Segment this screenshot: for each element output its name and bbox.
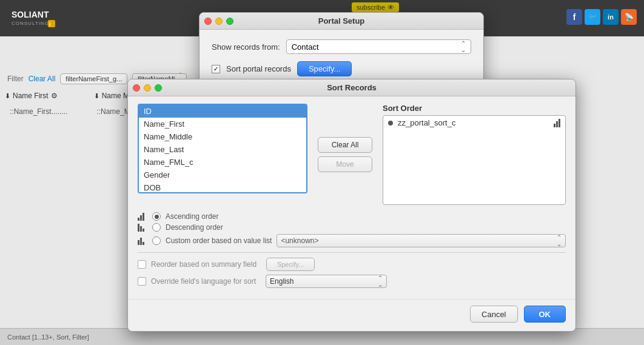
field-item-id[interactable]: ID: [139, 105, 306, 118]
sort-order-item-label: zz_portal_sort_c: [398, 118, 455, 127]
sort-order-label: Sort Order: [383, 104, 566, 113]
field-list-container: ID Name_First Name_Middle Name_Last Name…: [138, 104, 307, 205]
bar-a1: [138, 218, 139, 221]
close-button[interactable]: [204, 18, 212, 25]
eye-icon: 👁: [387, 4, 394, 11]
descending-icon: [138, 223, 147, 232]
separator: [138, 252, 566, 253]
reorder-specify-button[interactable]: Specify...: [266, 258, 315, 271]
facebook-icon[interactable]: f: [566, 9, 582, 25]
reorder-row: Reorder based on summary field Specify..…: [138, 258, 566, 271]
sort-columns: ID Name_First Name_Middle Name_Last Name…: [138, 104, 566, 205]
field-item-name-fml[interactable]: Name_FML_c: [139, 156, 306, 169]
field-item-name-last[interactable]: Name_Last: [139, 143, 306, 156]
override-checkbox[interactable]: [138, 277, 146, 286]
ascending-radio[interactable]: [152, 212, 161, 221]
sort-middle-buttons: Clear All Move: [315, 104, 375, 205]
records-dropdown-value: Contact: [292, 42, 319, 52]
bar-c1: [138, 240, 139, 245]
col-header-name-first: ⬇ Name First ⚙: [5, 92, 58, 100]
descending-label: Descending order: [166, 223, 223, 232]
sort-records-title: Sort Records: [327, 83, 377, 92]
ok-button[interactable]: OK: [524, 306, 566, 323]
bar-d1: [138, 224, 139, 232]
sort-zoom-button[interactable]: [155, 84, 162, 92]
language-value: English: [270, 277, 293, 286]
bar-a3: [143, 213, 144, 221]
col-header-label-1: Name First: [13, 92, 49, 100]
sort-order-item[interactable]: zz_portal_sort_c: [383, 116, 565, 130]
sort-order-container: Sort Order zz_portal_sort_c: [383, 104, 566, 205]
sort-records-titlebar: Sort Records: [128, 79, 575, 96]
sort-order-dot: [388, 121, 393, 126]
bar-d3: [143, 229, 144, 232]
sort-icon-2: ⬇: [94, 92, 99, 100]
field-item-name-middle[interactable]: Name_Middle: [139, 130, 306, 143]
field-item-dob[interactable]: DOB: [139, 181, 306, 193]
column-headers: ⬇ Name First ⚙ ⬇ Name Midd: [0, 87, 139, 104]
field-item-gender[interactable]: Gender: [139, 169, 306, 181]
custom-order-radio[interactable]: [152, 236, 161, 245]
bar2: [556, 121, 558, 127]
rss-icon[interactable]: 📡: [621, 9, 637, 25]
bar-a2: [140, 215, 142, 221]
portal-setup-dialog: Portal Setup Show records from: Contact …: [199, 12, 484, 87]
custom-order-row: Custom order based on value list <unknow…: [138, 234, 566, 247]
dialog-buttons: Cancel OK: [128, 299, 575, 331]
sort-row: ✓ Sort portal records Specify...: [212, 61, 471, 76]
chevron-down-icon: ⌃⌄: [461, 40, 466, 53]
field-list[interactable]: ID Name_First Name_Middle Name_Last Name…: [138, 104, 307, 193]
bar-d2: [140, 226, 142, 232]
ascending-row: Ascending order: [138, 212, 566, 221]
sort-records-body: ID Name_First Name_Middle Name_Last Name…: [128, 96, 575, 299]
ascending-icon: [138, 212, 147, 221]
field-item-name-first[interactable]: Name_First: [139, 118, 306, 130]
clear-all-link[interactable]: Clear All: [29, 75, 56, 83]
show-records-row: Show records from: Contact ⌃⌄: [212, 39, 471, 54]
reorder-checkbox[interactable]: [138, 260, 146, 269]
sort-close-button[interactable]: [133, 84, 140, 92]
filter-field-1[interactable]: filterNameFirst_g...: [60, 73, 127, 84]
specify-button[interactable]: Specify...: [297, 61, 352, 76]
custom-order-value: <unknown>: [281, 236, 318, 245]
subscribe-label: subscribe: [357, 4, 385, 11]
data-row: ::Name_First........ ::Name_Middle: [0, 104, 146, 119]
subscribe-badge[interactable]: subscribe 👁: [352, 2, 399, 12]
sort-order-bar-icon: [554, 119, 560, 127]
move-button[interactable]: Move: [318, 156, 372, 172]
sort-order-list[interactable]: zz_portal_sort_c: [383, 115, 566, 205]
minimize-button[interactable]: [215, 18, 223, 25]
linkedin-icon[interactable]: in: [603, 9, 619, 25]
language-chevron-icon: ⌃⌄: [378, 275, 383, 288]
clear-all-button[interactable]: Clear All: [318, 137, 372, 153]
svg-text:i: i: [49, 21, 51, 27]
descending-row: Descending order: [138, 223, 566, 232]
language-dropdown[interactable]: English ⌃⌄: [266, 275, 387, 288]
social-icons: f 🐦 in 📡: [566, 9, 637, 25]
descending-radio[interactable]: [152, 223, 161, 232]
custom-icon: [138, 236, 147, 245]
sort-records-dialog: Sort Records ID Name_First Name_Middle N…: [127, 79, 576, 332]
svg-text:CONSULTING: CONSULTING: [12, 21, 49, 26]
cancel-button[interactable]: Cancel: [470, 306, 517, 323]
logo: SOLIANT CONSULTING i: [7, 5, 62, 32]
sort-icon-1: ⬇: [5, 92, 10, 100]
filter-label: Filter: [7, 75, 24, 83]
custom-order-dropdown[interactable]: <unknown> ⌃⌄: [277, 234, 566, 247]
custom-chevron-icon: ⌃⌄: [557, 234, 562, 247]
svg-text:SOLIANT: SOLIANT: [12, 10, 49, 19]
zoom-button[interactable]: [226, 18, 233, 25]
sort-options-section: Ascending order Descending order Cus: [138, 212, 566, 247]
portal-setup-title: Portal Setup: [318, 16, 365, 25]
twitter-icon[interactable]: 🐦: [585, 9, 600, 25]
override-label: Override field's language for sort: [151, 277, 256, 286]
data-cell-1: ::Name_First........: [10, 107, 67, 116]
show-records-label: Show records from:: [212, 42, 280, 52]
sort-portal-label: Sort portal records: [226, 64, 291, 73]
col-icon-1: ⚙: [51, 92, 58, 100]
bar3: [558, 119, 560, 127]
sort-minimize-button[interactable]: [144, 84, 151, 92]
records-dropdown[interactable]: Contact ⌃⌄: [286, 39, 471, 54]
sort-checkbox[interactable]: ✓: [212, 65, 220, 73]
bar-c3: [143, 242, 144, 245]
